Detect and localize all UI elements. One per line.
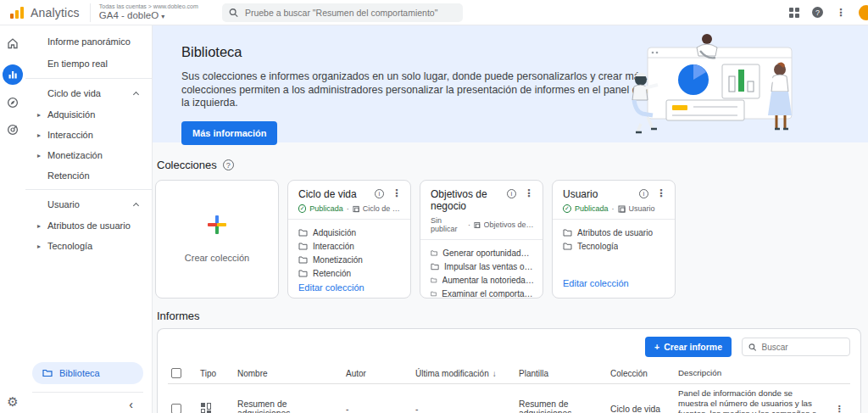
folder-icon [431,290,437,298]
search-input[interactable] [245,8,456,18]
sidebar-item-informe-panoramico[interactable]: Informe panorámico [25,31,152,53]
overview-report-type-icon [200,402,212,413]
status-text: Publicada [575,204,609,213]
published-check-icon: ✓ [563,204,571,213]
create-collection-card[interactable]: Crear colección [155,180,279,299]
column-header-autor[interactable]: Autor [342,363,412,384]
collection-topic: Generar oportunidades de venta [431,248,534,258]
folder-icon [42,369,53,377]
collection-topic: Interacción [298,242,402,251]
kebab-menu-icon[interactable]: ⋮ [392,188,402,198]
table-row[interactable]: Resumen de adquisiciones - - Resumen de … [168,384,850,413]
more-options-icon[interactable]: ⋮ [836,8,846,18]
report-name[interactable]: Resumen de adquisiciones [234,384,342,413]
sidebar-item-monetizacion[interactable]: ▸ Monetización [25,145,152,165]
folder-icon [431,263,439,271]
collection-template-icon [474,221,481,229]
collection-topic: Atributos de usuario [563,228,666,237]
sidebar-item-adquisicion[interactable]: ▸ Adquisición [25,104,152,125]
sidebar-item-tecnologia[interactable]: ▸ Tecnología [25,236,152,256]
reports-panel: + Crear informe Tipo Nombre [157,328,861,413]
sidebar-item-interaccion[interactable]: ▸ Interacción [25,125,152,145]
divider [25,189,152,190]
apps-grid-icon[interactable] [789,8,799,18]
folder-icon [298,243,308,250]
column-header-coleccion[interactable]: Colección [607,363,675,384]
property-name: GA4 - dobleO [99,10,159,20]
row-checkbox[interactable] [171,404,181,413]
admin-gear-icon[interactable]: ⚙ [7,394,18,410]
report-modified: - [412,384,515,413]
column-header-ultima-modificacion[interactable]: Última modificación↓ [412,363,515,384]
reports-sidenav: Informe panorámico En tiempo real Ciclo … [25,25,153,413]
collection-card-title: Objetivos de negocio [431,188,507,212]
kebab-menu-icon[interactable]: ⋮ [524,188,534,198]
info-icon[interactable]: i [639,189,648,198]
column-header-plantilla[interactable]: Plantilla [515,363,607,384]
info-icon[interactable]: i [375,189,384,198]
help-icon[interactable]: ? [812,7,823,18]
edit-collection-link[interactable]: Editar colección [553,278,675,298]
sidebar-item-en-tiempo-real[interactable]: En tiempo real [25,53,152,75]
help-icon[interactable]: ? [223,159,234,170]
plus-icon [208,215,226,234]
report-author: - [342,384,412,413]
expand-arrow-icon: ▸ [37,131,42,139]
column-header-nombre[interactable]: Nombre [234,363,342,384]
template-name: Objetivos de ne... [484,220,534,229]
advertising-icon[interactable] [7,124,19,136]
select-all-checkbox[interactable] [171,368,181,378]
column-header-tipo[interactable]: Tipo [197,363,234,384]
reports-search[interactable] [742,338,850,356]
collection-card-objetivos-de-negocio: Objetivos de negocio i ⋮ Sin publicar · … [420,180,543,299]
folder-icon [563,229,572,237]
column-header-descripcion[interactable]: Descripción [675,363,828,384]
explore-icon[interactable] [7,97,19,109]
global-search[interactable] [222,3,463,22]
sidebar-item-biblioteca[interactable]: Biblioteca [32,362,143,384]
collection-card-title: Usuario [563,188,598,200]
reports-search-input[interactable] [761,343,843,352]
plus-icon: + [654,342,659,352]
create-report-button[interactable]: + Crear informe [645,337,732,357]
kebab-menu-icon[interactable]: ⋮ [656,188,666,198]
reports-icon-active[interactable] [3,64,23,85]
chevron-down-icon: ▾ [161,13,164,20]
search-icon [748,343,756,352]
collection-topic: Monetización [298,255,402,265]
divider [25,78,152,79]
sidebar-section-usuario[interactable]: Usuario [25,193,152,215]
divider [90,3,91,22]
sidebar-section-ciclo-de-vida[interactable]: Ciclo de vida [25,82,152,104]
published-check-icon: ✓ [298,204,306,213]
home-icon[interactable] [7,37,19,49]
collection-template-icon [353,205,359,213]
user-avatar[interactable] [859,5,868,20]
collection-card-ciclo-de-vida: Ciclo de vida i ⋮ ✓ Publicada · Ciclo de… [287,180,411,299]
sidebar-item-retencion[interactable]: Retención [25,165,152,186]
collection-card-title: Ciclo de vida [298,188,357,200]
edit-collection-link[interactable]: Editar colección [288,282,410,299]
folder-icon [298,256,308,264]
analytics-logo-icon[interactable] [10,7,24,19]
more-info-button[interactable]: Más información [181,121,277,145]
status-text: Publicada [309,204,343,213]
top-app-bar: Analytics Todas las cuentas > www.dobleo… [0,0,868,25]
create-collection-label: Crear colección [185,253,249,263]
folder-icon [431,249,437,257]
collection-topic: Examinar el comportamiento de los... [431,289,534,299]
report-description: Panel de información donde se muestra el… [675,384,828,413]
row-kebab-menu-icon[interactable]: ⋮ [828,384,850,413]
account-switcher[interactable]: Todas las cuentas > www.dobleo.com GA4 -… [99,3,198,20]
sidebar-item-atributos-de-usuario[interactable]: ▸ Atributos de usuario [25,215,152,236]
library-hero: Biblioteca Sus colecciones e informes or… [153,25,868,142]
folder-icon [298,229,308,237]
brand-name: Analytics [31,6,80,20]
report-collection: Ciclo de vida [607,384,675,413]
collection-topic: Retención [298,269,402,278]
collapse-sidenav-icon[interactable]: ‹ [129,398,133,411]
divider [32,392,143,393]
account-breadcrumb: Todas las cuentas > www.dobleo.com [99,3,198,10]
info-icon[interactable]: i [507,189,516,198]
table-header-row: Tipo Nombre Autor Última modificación↓ P… [168,363,850,384]
